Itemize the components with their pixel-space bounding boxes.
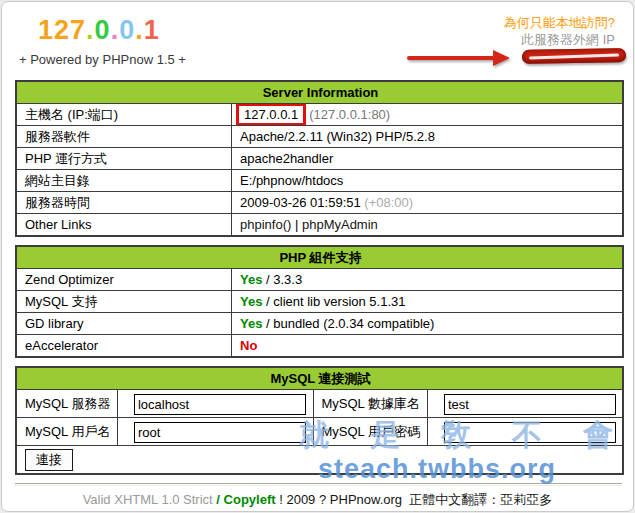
header-right-block: 為何只能本地訪問? 此服務器外網 IP bbox=[504, 15, 615, 47]
row-label: 服務器軟件 bbox=[16, 126, 232, 148]
row-label: 服務器時間 bbox=[16, 192, 232, 214]
footer-divider bbox=[15, 483, 622, 486]
mysql-password-input[interactable] bbox=[444, 422, 616, 443]
table-row: GD library Yes / bundled (2.0.34 compati… bbox=[16, 313, 623, 335]
valid-xhtml-text: Valid XHTML 1.0 Strict bbox=[83, 492, 213, 507]
mysql-username-input[interactable] bbox=[134, 422, 306, 443]
row-label: eAccelerator bbox=[16, 335, 232, 358]
table-row: 服務器軟件 Apache/2.2.11 (Win32) PHP/5.2.8 bbox=[16, 126, 623, 148]
row-label: Other Links bbox=[16, 214, 232, 237]
red-annotation bbox=[407, 47, 632, 67]
table-header-row: PHP 組件支持 bbox=[16, 246, 623, 269]
mysql-test-title: MySQL 連接測試 bbox=[16, 367, 623, 390]
table-row: 主機名 (IP:端口) 127.0.0.1(127.0.0.1:80) bbox=[16, 104, 623, 126]
table-row: 服務器時間 2009-03-26 01:59:51 (+08:00) bbox=[16, 192, 623, 214]
red-arrowhead-icon bbox=[493, 50, 510, 66]
status-badge: Yes bbox=[240, 272, 262, 287]
table-row: MySQL 服務器 MySQL 數據庫名 bbox=[16, 390, 623, 418]
table-row: eAccelerator No bbox=[16, 335, 623, 358]
translation-credit: 正體中文翻譯：亞莉亞多 bbox=[409, 492, 552, 507]
row-label: MySQL 用戶名 bbox=[16, 418, 117, 446]
why-local-only-link[interactable]: 為何只能本地訪問? bbox=[504, 15, 615, 30]
mysql-database-input[interactable] bbox=[444, 394, 616, 415]
page-header: 127.0.0.1 + Powered by PHPnow 1.5 + 為何只能… bbox=[2, 2, 633, 80]
table-row: 網站主目錄 E:/phpnow/htdocs bbox=[16, 170, 623, 192]
server-info-title: Server Information bbox=[16, 81, 623, 104]
phpinfo-link[interactable]: phpinfo() bbox=[240, 217, 291, 232]
table-row: 連接 bbox=[16, 446, 623, 475]
connect-button[interactable]: 連接 bbox=[25, 449, 73, 471]
row-label: 網站主目錄 bbox=[16, 170, 232, 192]
status-detail: / client lib version 5.1.31 bbox=[266, 294, 405, 309]
hostname-value: 127.0.0.1 bbox=[244, 107, 298, 122]
row-label: MySQL 服務器 bbox=[16, 390, 117, 418]
footer-year-text: ! 2009 ? bbox=[279, 492, 326, 507]
table-row: Other Links phpinfo() | phpMyAdmin bbox=[16, 214, 623, 237]
table-row: PHP 運行方式 apache2handler bbox=[16, 148, 623, 170]
row-label: Zend Optimizer bbox=[16, 269, 232, 291]
table-row: Zend Optimizer Yes / 3.3.3 bbox=[16, 269, 623, 291]
php-mode-value: apache2handler bbox=[232, 148, 624, 170]
mysql-server-input[interactable] bbox=[134, 394, 306, 415]
copyleft-link[interactable]: Copyleft bbox=[224, 492, 276, 507]
external-ip-label: 此服務器外網 IP bbox=[504, 32, 615, 47]
phpmyadmin-link[interactable]: phpMyAdmin bbox=[302, 217, 378, 232]
table-row: MySQL 用戶名 MySQL 用戶密碼 bbox=[16, 418, 623, 446]
link-separator: | bbox=[295, 217, 298, 232]
row-label: PHP 運行方式 bbox=[16, 148, 232, 170]
footer: Valid XHTML 1.0 Strict / Copyleft ! 2009… bbox=[2, 491, 633, 509]
table-header-row: MySQL 連接測試 bbox=[16, 367, 623, 390]
row-label: MySQL 支持 bbox=[16, 291, 232, 313]
status-detail: / bundled (2.0.34 compatible) bbox=[266, 316, 434, 331]
footer-slash: / bbox=[216, 492, 220, 507]
server-software-value: Apache/2.2.11 (Win32) PHP/5.2.8 bbox=[232, 126, 624, 148]
php-components-title: PHP 組件支持 bbox=[16, 246, 623, 269]
mysql-test-table: MySQL 連接測試 MySQL 服務器 MySQL 數據庫名 MySQL 用戶… bbox=[15, 366, 624, 475]
hostname-detail: (127.0.0.1:80) bbox=[309, 107, 390, 122]
status-badge: Yes bbox=[240, 294, 262, 309]
phpnow-status-page: 127.0.0.1 + Powered by PHPnow 1.5 + 為何只能… bbox=[1, 1, 634, 512]
red-arrow-icon bbox=[407, 56, 495, 60]
server-info-table: Server Information 主機名 (IP:端口) 127.0.0.1… bbox=[15, 80, 624, 237]
status-detail: / 3.3.3 bbox=[266, 272, 302, 287]
phpnow-org-link[interactable]: PHPnow.org bbox=[330, 492, 402, 507]
row-label: GD library bbox=[16, 313, 232, 335]
php-components-table: PHP 組件支持 Zend Optimizer Yes / 3.3.3 MySQ… bbox=[15, 245, 624, 358]
table-row: MySQL 支持 Yes / client lib version 5.1.31 bbox=[16, 291, 623, 313]
row-label: MySQL 數據庫名 bbox=[313, 390, 428, 418]
status-badge: Yes bbox=[240, 316, 262, 331]
red-highlight-box: 127.0.0.1 bbox=[236, 104, 306, 126]
redaction-scribble-icon bbox=[522, 48, 626, 64]
status-badge: No bbox=[240, 338, 257, 353]
row-label: MySQL 用戶密碼 bbox=[313, 418, 428, 446]
server-timezone: (+08:00) bbox=[364, 195, 413, 210]
table-header-row: Server Information bbox=[16, 81, 623, 104]
docroot-value: E:/phpnow/htdocs bbox=[232, 170, 624, 192]
server-time-value: 2009-03-26 01:59:51 bbox=[240, 195, 361, 210]
row-label: 主機名 (IP:端口) bbox=[16, 104, 232, 126]
